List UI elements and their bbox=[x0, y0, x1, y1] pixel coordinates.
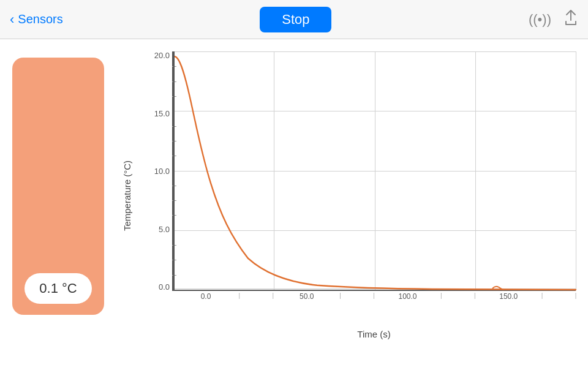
y-tick-15: 15.0 bbox=[154, 110, 170, 118]
content-area: 0.1 °C Temperature (°C) 20.0 15.0 10.0 5… bbox=[0, 39, 588, 392]
wireless-icon[interactable]: ((•)) bbox=[529, 12, 551, 28]
back-label: Sensors bbox=[18, 12, 62, 26]
grid-v-5 bbox=[576, 51, 576, 290]
chart-inner: 20.0 15.0 10.0 5.0 0.0 bbox=[138, 51, 576, 339]
y-tick-10: 10.0 bbox=[154, 167, 170, 175]
y-axis-label: Temperature (°C) bbox=[123, 160, 133, 230]
x-tick-minor-4: | bbox=[373, 292, 375, 299]
x-tick-minor-7: | bbox=[541, 292, 543, 299]
chart-wrapper: Temperature (°C) 20.0 15.0 10.0 5.0 0.0 bbox=[116, 51, 576, 339]
header: ‹ Sensors Stop ((•)) bbox=[0, 0, 588, 39]
y-axis-label-container: Temperature (°C) bbox=[116, 51, 138, 339]
y-tick-5: 5.0 bbox=[159, 225, 170, 233]
x-tick-minor-2: | bbox=[272, 292, 274, 299]
back-button[interactable]: ‹ Sensors bbox=[10, 12, 63, 28]
chart-plot: 20.0 15.0 10.0 5.0 0.0 bbox=[138, 51, 576, 309]
share-icon[interactable] bbox=[564, 9, 578, 30]
x-tick-150: 150.0 bbox=[499, 292, 518, 301]
x-tick-minor-5: | bbox=[440, 292, 442, 299]
header-actions: ((•)) bbox=[529, 9, 578, 30]
chart-grid-area bbox=[172, 51, 576, 291]
y-tick-0: 0.0 bbox=[159, 283, 170, 291]
x-tick-minor-8: | bbox=[575, 292, 577, 299]
cursor-line bbox=[173, 51, 175, 290]
x-tick-minor-6: | bbox=[474, 292, 476, 299]
x-tick-minor-1: | bbox=[239, 292, 241, 299]
sensor-display: 0.1 °C bbox=[12, 58, 104, 315]
y-ticks: 20.0 15.0 10.0 5.0 0.0 bbox=[138, 51, 172, 291]
x-tick-100: 100.0 bbox=[398, 292, 417, 301]
x-tick-minor-3: | bbox=[339, 292, 341, 299]
sensor-value: 0.1 °C bbox=[24, 273, 91, 304]
back-chevron-icon: ‹ bbox=[10, 12, 14, 28]
x-tick-0: 0.0 bbox=[201, 292, 211, 301]
chart-curve bbox=[173, 51, 576, 290]
x-axis-label: Time (s) bbox=[138, 326, 576, 339]
x-ticks: 0.0 | | 50.0 | | 100.0 | | 150.0 | | bbox=[172, 292, 576, 309]
stop-button[interactable]: Stop bbox=[260, 7, 331, 32]
chart-container: Temperature (°C) 20.0 15.0 10.0 5.0 0.0 bbox=[116, 51, 576, 339]
y-tick-20: 20.0 bbox=[154, 51, 170, 59]
x-tick-50: 50.0 bbox=[300, 292, 314, 301]
